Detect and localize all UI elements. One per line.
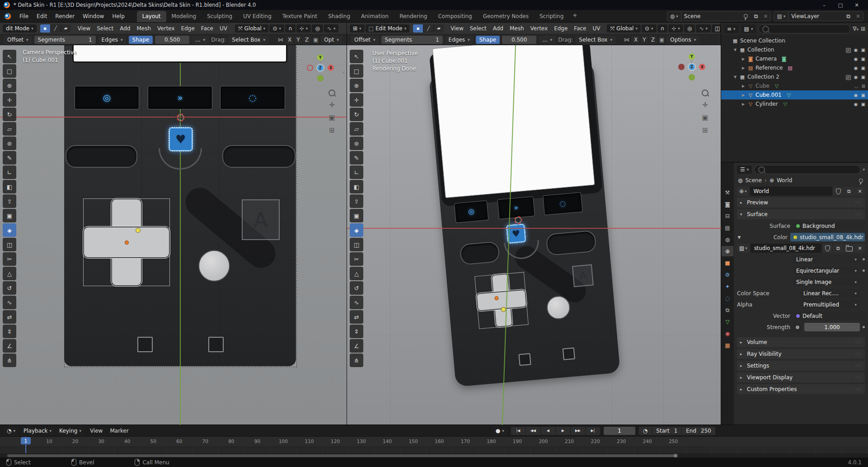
gizmo-y-axis[interactable]: Y [689, 53, 695, 60]
blender-menu-icon[interactable] [0, 10, 15, 22]
gizmo-z-axis[interactable]: Z [317, 65, 324, 71]
ortho-grid-icon[interactable]: ⊞ [329, 126, 335, 134]
preview-panel-header[interactable]: ▸Preview∷∷ [737, 198, 865, 208]
open-image-button[interactable] [844, 244, 854, 253]
transform-tool-icon[interactable]: ⊚ [3, 137, 16, 150]
editor-type-dropdown[interactable]: ≡▾ [724, 25, 739, 33]
measure-tool-icon[interactable]: ∟ [350, 165, 363, 179]
mirror-axis-toggle[interactable]: Y [640, 36, 649, 44]
move-tool-icon[interactable]: ✛ [350, 93, 363, 107]
browse-image-dropdown[interactable]: ▨▾ [737, 244, 750, 253]
surface-panel-header[interactable]: ▾Surface∷∷ [737, 209, 865, 219]
gizmo-z-axis[interactable]: Z [689, 64, 695, 70]
outliner-item-label[interactable]: Cube.001 [755, 92, 782, 98]
workspace-tab[interactable]: UV Editing [238, 11, 277, 22]
expand-arrow-icon[interactable]: ▼ [733, 75, 737, 79]
source-dropdown[interactable]: Single Image▾ [793, 278, 860, 286]
segments-field[interactable]: Segments1 [34, 36, 96, 44]
pin-id-icon[interactable] [859, 179, 863, 183]
check-toggle-icon[interactable] [846, 47, 851, 52]
spin-tool-icon[interactable]: ↺ [350, 281, 363, 295]
poly-build-tool-icon[interactable]: △ [350, 267, 363, 280]
proportional-edit-toggle[interactable]: ◎ [684, 24, 695, 33]
playhead-badge[interactable]: 1 [21, 437, 31, 444]
viewport-menu[interactable]: Add [490, 24, 507, 33]
more-options-dropdown[interactable]: ...▾ [192, 36, 209, 44]
viewport-menu[interactable]: UV [216, 24, 230, 33]
add-workspace-button[interactable]: + [569, 10, 581, 22]
tweak-tool-icon[interactable]: ↖ [350, 50, 363, 63]
smooth-tool-icon[interactable]: ∿ [350, 296, 363, 309]
browse-world-dropdown[interactable]: ⊕▾ [737, 187, 749, 196]
tab-object-data[interactable]: ▽ [722, 316, 733, 327]
menu-item[interactable]: Edit [33, 13, 51, 19]
filter-icon[interactable]: ∇▾ [853, 26, 859, 32]
tab-object[interactable]: ■ [722, 258, 733, 268]
workspace-tab[interactable]: Texture Paint [277, 11, 323, 22]
viewlayer-selector[interactable]: ▤▾ ViewLayer ⧉ ✕ [774, 11, 863, 21]
rip-region-tool-icon[interactable]: ⋔ [350, 354, 363, 367]
viewport-menu[interactable]: Select [467, 24, 490, 33]
mode-dropdown[interactable]: ⬚ Edit Mode▾ [366, 24, 410, 33]
offset-dropdown[interactable]: Offset▾ [351, 36, 379, 44]
viewport-left-canvas[interactable]: ↖□⊕✛↻▱⊚✎∟◧⇧▣◈◫✂△↺∿⇄⇕∠⋔ Camera Perspectiv… [0, 45, 347, 425]
vertex-select-button[interactable]: ▪ [413, 24, 423, 33]
pivot-dropdown[interactable]: ⊙▾ [642, 24, 657, 33]
scene-selector[interactable]: ◍▾ Scene ⧉ ✕ [667, 11, 771, 21]
gizmo-y-negative[interactable] [317, 75, 324, 81]
knife-tool-icon[interactable]: ✂ [350, 252, 363, 266]
navigation-gizmo[interactable]: Y Z X [307, 54, 334, 81]
unlink-image-button[interactable]: ✕ [855, 244, 865, 253]
face-select-button[interactable]: ▰ [61, 24, 71, 33]
shape-value-field[interactable]: 0.500 [502, 36, 536, 44]
collapsed-panel-header[interactable]: ▸Viewport Display∷∷ [737, 373, 865, 382]
editor-type-dropdown[interactable]: ⊞▾ [350, 24, 365, 33]
expand-arrow-icon[interactable]: ▶ [741, 84, 746, 88]
smooth-tool-icon[interactable]: ∿ [3, 296, 16, 309]
expand-arrow-icon[interactable]: ▶ [741, 66, 746, 70]
snap-toggle[interactable]: ∩ [657, 24, 668, 33]
viewport-menu[interactable]: Mesh [507, 24, 527, 33]
shrink-fatten-tool-icon[interactable]: ⇕ [350, 325, 363, 338]
pan-hand-icon[interactable]: ✛ [329, 101, 335, 109]
pan-hand-icon[interactable]: ✛ [702, 101, 708, 109]
eye-toggle-icon[interactable] [854, 47, 858, 52]
projection-dropdown[interactable]: Equirectangular▾ [793, 266, 860, 275]
surface-shader-field[interactable]: Background [793, 222, 865, 230]
select-box-tool-icon[interactable]: □ [3, 64, 16, 78]
shape-value-field[interactable]: 0.500 [155, 36, 189, 44]
cam-toggle-icon[interactable] [861, 57, 865, 61]
rip-region-tool-icon[interactable]: ⋔ [3, 354, 16, 367]
proportional-edit-toggle[interactable]: ◎ [312, 24, 323, 33]
snap-toggle[interactable]: ∩ [285, 24, 296, 33]
color-expand-arrow[interactable]: ▼ [737, 235, 741, 240]
outliner-item-label[interactable]: Collection [747, 47, 774, 53]
cam-toggle-icon[interactable] [861, 66, 865, 71]
outliner-row[interactable]: ▼ ▦ Collection 2 [721, 72, 868, 81]
eye-toggle-icon[interactable] [854, 93, 858, 98]
more-options-dropdown[interactable]: ...▾ [539, 36, 556, 44]
timeline-menu-dropdown[interactable]: Playback▾ [20, 427, 55, 435]
mirror-axis-toggle[interactable]: X [286, 36, 294, 44]
eye-toggle-icon[interactable] [854, 57, 858, 61]
sidebar-collapse-arrow[interactable]: ‹ [343, 69, 345, 75]
jump-to-end-button[interactable]: ▶| [586, 427, 600, 435]
outliner-item-label[interactable]: Camera [755, 56, 777, 62]
workspace-tab[interactable]: Modeling [166, 11, 202, 22]
timeline-menu[interactable]: Marker [106, 427, 132, 435]
shear-tool-icon[interactable]: ∠ [350, 339, 363, 353]
viewport-menu[interactable]: View [447, 24, 466, 33]
tweak-tool-icon[interactable]: ↖ [3, 50, 16, 63]
outliner-item-label[interactable]: Cylinder [755, 101, 778, 107]
tab-world[interactable]: ⊕ [722, 246, 733, 256]
next-keyframe-button[interactable]: ▶▶ [571, 427, 585, 435]
scene-name[interactable]: Scene [681, 12, 741, 21]
outliner-item-label[interactable]: Reference [755, 65, 783, 71]
tab-particles[interactable]: ✦ [722, 281, 733, 292]
gizmo-x-axis[interactable]: X [328, 65, 334, 71]
outliner-row[interactable]: ▶ ▨ Reference ▨ [721, 63, 868, 72]
affect-dropdown[interactable]: Edges▾ [445, 36, 474, 44]
display-mode-dropdown[interactable]: ▤▾ [741, 25, 756, 33]
snap-dropdown[interactable]: ⊹▾ [668, 24, 683, 33]
camoff-toggle-icon[interactable] [862, 84, 865, 89]
